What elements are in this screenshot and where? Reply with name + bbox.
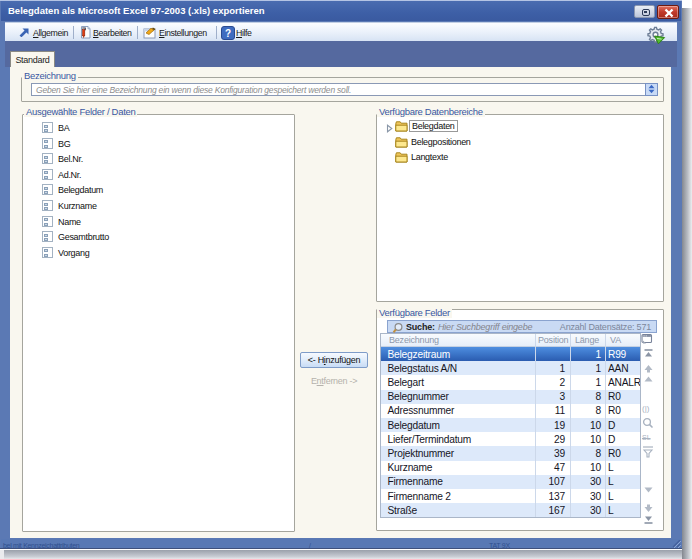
svg-text:?: ? (225, 28, 231, 39)
